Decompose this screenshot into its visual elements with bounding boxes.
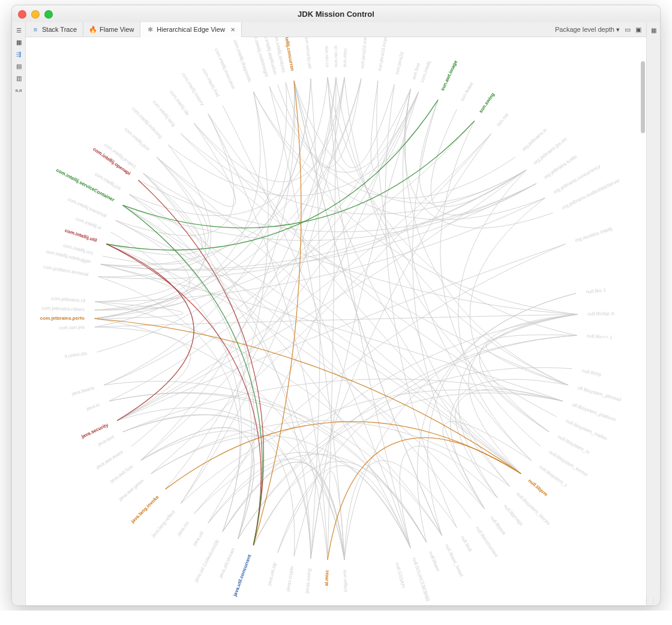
package-depth-dropdown[interactable]: Package level depth ▾	[555, 26, 620, 34]
package-node[interactable]: java.util.stream	[218, 547, 236, 579]
package-node[interactable]: java.util	[191, 530, 205, 548]
package-node[interactable]: java.nio	[176, 520, 190, 537]
package-node[interactable]: com.intellij.ui	[75, 216, 103, 231]
package-node[interactable]: java.security	[80, 422, 109, 440]
zoom-window-icon[interactable]	[44, 10, 53, 19]
vertical-scrollbar[interactable]	[641, 61, 645, 133]
package-node[interactable]: com.jediterm.terminal	[43, 264, 89, 277]
package-node[interactable]: sun.font	[411, 62, 422, 80]
hierarchical-edge-canvas[interactable]: sun.awt.imagesun.swingcom.intellij.concu…	[26, 37, 646, 605]
package-node[interactable]: java.lang.invoke	[130, 494, 160, 525]
titlebar: JDK Mission Control	[12, 5, 660, 23]
package-node[interactable]: com.intellij.diagnostic	[232, 39, 253, 83]
minimize-window-icon[interactable]	[31, 10, 40, 19]
edge-bundle-icon: ✱	[146, 26, 154, 33]
package-node[interactable]: null.libjmags	[502, 503, 524, 527]
tab-stack-trace[interactable]: ≡ Stack Trace	[26, 22, 83, 37]
close-tab-icon[interactable]: ✕	[230, 26, 235, 33]
package-node[interactable]: com.intellij.execution	[214, 47, 236, 90]
package-node[interactable]: ull.libsystem_platform	[571, 402, 616, 423]
package-node[interactable]: com.intellij.find	[201, 68, 220, 98]
package-node[interactable]: null.libsystem_c	[538, 464, 569, 488]
package-node[interactable]: null.SOURCE$E$6$8	[412, 557, 431, 602]
package-node[interactable]: java.util.zip	[266, 561, 278, 587]
package-node[interactable]: java.beans	[71, 385, 95, 397]
tab-label: Stack Trace	[42, 26, 77, 33]
package-node[interactable]: org.asciidoc.intellij	[574, 226, 613, 244]
package-node[interactable]: null.libawt	[428, 551, 441, 573]
package-node[interactable]: sun.lwawt	[459, 81, 475, 102]
package-node[interactable]: com.intellij.lang	[151, 99, 176, 128]
resize-grip-icon[interactable]: ⋮⋮	[643, 597, 658, 604]
minimize-view-icon[interactable]: ▭	[625, 26, 631, 34]
package-node[interactable]: sun.nio.ch	[333, 46, 338, 67]
package-node[interactable]: com.intellij.json	[124, 127, 151, 152]
package-node[interactable]: sun.security.util	[304, 37, 313, 69]
package-node[interactable]: java.lang.reflect	[150, 509, 176, 539]
package-node[interactable]: ull.libsystem_pthread	[577, 385, 622, 402]
close-window-icon[interactable]	[18, 10, 26, 19]
package-node[interactable]: javax.crypto	[285, 566, 295, 593]
package-node[interactable]: it.unimi.dsi	[64, 351, 88, 359]
package-node[interactable]: com.jetbrains.rd	[51, 296, 85, 304]
package-node[interactable]: null.libinstrument	[475, 525, 499, 558]
table-icon[interactable]: ▦	[649, 26, 658, 34]
package-node[interactable]: sun.net	[496, 112, 510, 127]
package-node[interactable]: sun.awt.image	[440, 59, 459, 92]
package-node[interactable]: sun.java2d.metal	[359, 37, 368, 69]
table-icon[interactable]: ▥	[14, 74, 23, 82]
package-node[interactable]: org.jetbrains.kotlin	[543, 154, 578, 180]
flame-icon: 🔥	[89, 26, 97, 33]
package-node[interactable]: sun.java2d	[394, 52, 405, 76]
package-node[interactable]: com.intellij.traversal	[67, 197, 107, 219]
package-node[interactable]: null.libc++.1	[587, 333, 613, 340]
package-node[interactable]: null.libjava	[489, 515, 507, 536]
package-node[interactable]: sun.reflect	[343, 570, 349, 593]
tab-flame-view[interactable]: 🔥 Flame View	[83, 22, 140, 37]
package-node[interactable]: null.libdt	[460, 535, 473, 554]
package-node[interactable]: com.sun.jna	[59, 324, 85, 331]
package-node[interactable]: com.intellij	[419, 60, 432, 83]
tab-hierarchical-edge-view[interactable]: ✱ Hierarchical Edge View ✕	[140, 22, 242, 37]
package-node[interactable]: null.libsystem_m	[557, 434, 591, 456]
package-node[interactable]: java.text	[96, 434, 115, 447]
package-node[interactable]: null.libjvm	[527, 478, 548, 497]
app-window: JDK Mission Control ☰ ▦ ⇶ ▤ ▥ a,a ≡ Stac…	[11, 5, 661, 606]
package-node[interactable]: java.awt.font	[109, 464, 134, 485]
package-node[interactable]: sun.misc	[342, 49, 348, 68]
stacked-chart-icon[interactable]: ▦	[14, 38, 23, 46]
package-node[interactable]: null.libsystem_malloc	[565, 418, 608, 441]
package-node[interactable]: sun.nio.cs	[324, 46, 330, 67]
outline-icon[interactable]: ☰	[14, 26, 23, 34]
package-node[interactable]: sun.java2d.loops	[377, 37, 388, 71]
package-node[interactable]: com.intellij.serviceContainer	[55, 167, 115, 203]
bar-chart-icon[interactable]: ▤	[14, 62, 23, 70]
package-node[interactable]: com.intellij.history	[181, 72, 205, 107]
package-node[interactable]: java.awt.event	[95, 449, 124, 471]
package-node[interactable]: java.util.CollectionsS$	[193, 539, 220, 583]
maximize-view-icon[interactable]: ▣	[635, 26, 641, 34]
package-node[interactable]: javax.swing	[304, 568, 312, 594]
package-node[interactable]: null.libawt_lwawt	[444, 543, 464, 578]
edge-bundle-chart: sun.awt.imagesun.swingcom.intellij.concu…	[26, 37, 646, 602]
package-node[interactable]: java.io	[85, 402, 101, 412]
tree-icon[interactable]: ⇶	[14, 50, 23, 58]
package-node[interactable]: org.jetbrains.io	[521, 127, 548, 152]
package-node[interactable]: sun.swing	[478, 92, 496, 114]
tab-bar: ≡ Stack Trace 🔥 Flame View ✱ Hierarchica…	[26, 22, 646, 37]
package-node[interactable]: com.intellij.ide	[169, 89, 191, 117]
left-tool-rail: ☰ ▦ ⇶ ▤ ▥ a,a	[12, 22, 26, 605]
package-node[interactable]: com.jetbrains.rdserv	[41, 305, 85, 312]
package-node[interactable]: null.libzip	[581, 368, 602, 377]
text-icon[interactable]: a,a	[14, 86, 23, 94]
package-node[interactable]: java.util.concurrent	[232, 554, 253, 597]
package-node[interactable]: null.libobjc.A	[587, 311, 615, 317]
view-toolbar: Package level depth ▾ ▭ ▣	[550, 22, 646, 37]
package-node[interactable]: java.awt.geom	[118, 478, 145, 503]
package-node[interactable]: null.libz.1	[586, 287, 607, 295]
package-node[interactable]: com.jetbrains.perfo	[40, 315, 85, 321]
package-node[interactable]: org.jetbrains.jps.inc	[532, 136, 568, 166]
package-node[interactable]: null.GSSAPI	[394, 562, 406, 589]
package-node[interactable]: com.intellij.util	[64, 228, 98, 244]
package-node[interactable]: al.misc	[324, 569, 330, 586]
